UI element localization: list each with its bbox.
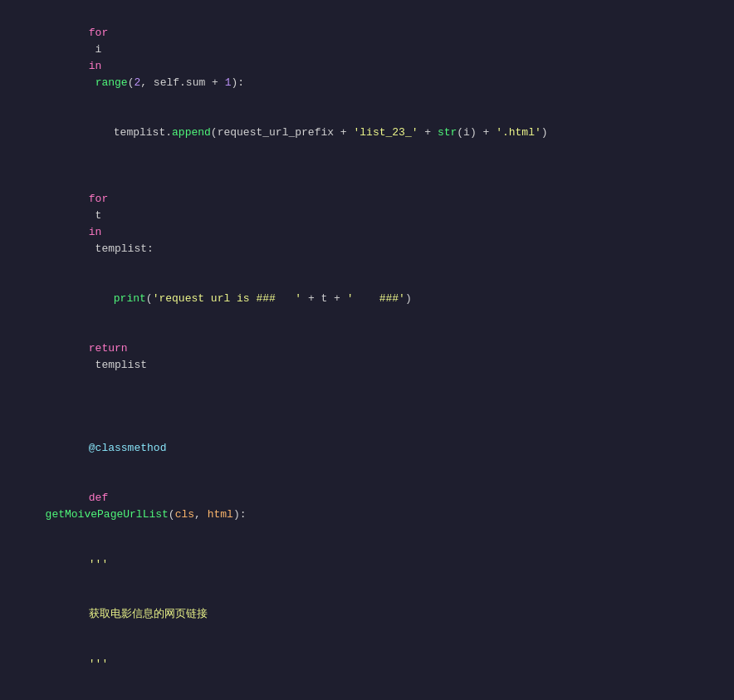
str-request: 'request url is ### ': [153, 292, 301, 305]
plus1: +: [418, 126, 438, 139]
code-line-empty-2: [0, 390, 734, 407]
var-i: i: [89, 43, 108, 56]
docstring-close-1: ''': [89, 658, 108, 670]
code-line-9: @classmethod: [0, 423, 734, 473]
plus-t: + t +: [301, 292, 347, 305]
str-i: (i) +: [457, 126, 496, 139]
code-line-11: ''': [0, 540, 734, 590]
keyword-for: for: [89, 27, 108, 39]
fn-params-1: (: [169, 508, 175, 521]
code-line-1: for i in range(2, self.sum + 1):: [0, 8, 734, 108]
append-close: ): [541, 126, 548, 139]
fn-getMoivePageUrlList: getMoivePageUrlList: [39, 508, 169, 521]
code-editor: for i in range(2, self.sum + 1): templis…: [0, 0, 734, 700]
code-line-empty-1: [0, 158, 734, 174]
fn-append: append: [172, 126, 211, 139]
str-html: '.html': [496, 126, 541, 139]
keyword-return-1: return: [89, 342, 128, 355]
comma: , self.sum +: [140, 76, 224, 89]
decorator-classmethod-1: @classmethod: [89, 442, 167, 454]
docstring-open-1: ''': [89, 558, 108, 570]
templist-var: templist.: [114, 126, 172, 139]
code-line-10: def getMoivePageUrlList(cls, html):: [0, 473, 734, 540]
param-html-1: html: [208, 508, 233, 521]
templist-ref: templist:: [89, 242, 154, 255]
keyword-for-t: for: [89, 193, 108, 205]
num-1: 1: [225, 76, 232, 89]
keyword-def-1: def: [89, 492, 108, 504]
fn-close-1: ):: [233, 508, 247, 521]
fn-str: str: [438, 126, 457, 139]
str-list23: 'list_23_': [353, 126, 418, 139]
var-t: t: [89, 209, 108, 222]
return-templist-1: templist: [89, 359, 147, 371]
code-line-5: print('request url is ### ' + t + ' ###'…: [0, 274, 734, 324]
param-cls-1: cls: [175, 508, 194, 521]
code-line-13: ''': [0, 639, 734, 689]
code-line-4: for t in templist:: [0, 174, 734, 274]
append-open: (request_url_prefix +: [211, 126, 354, 139]
range-call: [89, 76, 95, 89]
code-line-2: templist.append(request_url_prefix + 'li…: [0, 108, 734, 158]
keyword-in: in: [89, 60, 102, 72]
comma-1: ,: [194, 508, 208, 521]
print-close: ): [405, 292, 412, 305]
docstring-text-1: 获取电影信息的网页链接: [89, 608, 208, 620]
code-line-empty-4: [0, 689, 734, 700]
code-line-empty-3: [0, 407, 734, 423]
close-paren: ):: [232, 76, 245, 89]
fn-print: print: [114, 292, 146, 305]
code-line-6: return templist: [0, 324, 734, 390]
code-line-12: 获取电影信息的网页链接: [0, 590, 734, 639]
print-open: (: [146, 292, 153, 305]
keyword-in-t: in: [89, 226, 102, 238]
str-hash: ' ###': [347, 292, 405, 305]
fn-range: range: [95, 76, 128, 89]
